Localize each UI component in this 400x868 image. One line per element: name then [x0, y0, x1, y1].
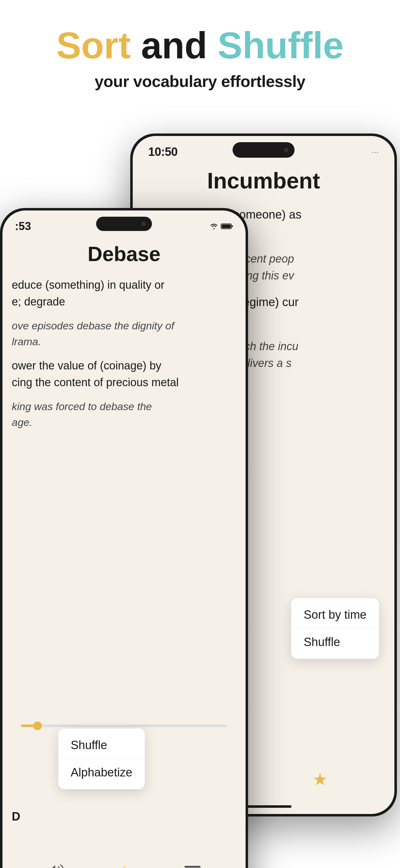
header-title: Sort and Shuffle [0, 25, 400, 66]
back-status-dots: ··· [372, 148, 379, 156]
back-popup-shuffle[interactable]: Shuffle [291, 629, 379, 656]
shuffle-word: Shuffle [218, 25, 344, 66]
svg-rect-2 [232, 225, 233, 227]
header-subtitle: your vocabulary effortlessly [0, 72, 400, 91]
front-popup-alphabetize[interactable]: Alphabetize [58, 759, 145, 786]
front-sort-popup: Shuffle Alphabetize [58, 728, 145, 789]
back-word-title: Incumbent [148, 168, 379, 193]
front-def1-cont: e; degrade [12, 295, 65, 308]
front-di-dot [141, 222, 146, 226]
front-menu-icon[interactable] [185, 864, 201, 868]
front-def1-text: educe (something) in quality or [12, 278, 164, 291]
battery-icon [221, 223, 233, 230]
front-bottom-nav: ☆ [2, 856, 245, 868]
front-status-bar: :53 [2, 211, 245, 236]
front-def2-text: ower the value of (coinage) by [12, 359, 161, 372]
back-popup-sort-by-time[interactable]: Sort by time [291, 601, 379, 629]
front-def1: educe (something) in quality or e; degra… [12, 277, 236, 310]
front-popup-shuffle[interactable]: Shuffle [58, 732, 145, 759]
phone-front-screen: :53 [2, 211, 245, 868]
back-status-time: 10:50 [148, 145, 178, 159]
svg-rect-1 [222, 224, 231, 228]
front-content: Debase educe (something) in quality or e… [2, 236, 245, 444]
progress-thumb [33, 721, 42, 730]
progress-area: D [12, 810, 236, 827]
back-status-icons: ··· [372, 148, 379, 156]
front-dynamic-island [96, 217, 152, 231]
front-sound-icon[interactable] [47, 864, 64, 868]
and-word: and [141, 25, 218, 66]
back-di-dot [284, 148, 288, 152]
back-star-icon[interactable]: ★ [312, 770, 328, 789]
front-star-icon[interactable]: ☆ [116, 862, 132, 868]
front-def2-cont: cing the content of precious metal [12, 376, 178, 389]
sort-word: Sort [57, 25, 131, 66]
front-ex1-cont: lrama. [12, 336, 41, 347]
svg-rect-3 [185, 866, 201, 868]
front-ex1-text: ove episodes debase the dignity of [12, 320, 174, 332]
back-sort-popup: Sort by time Shuffle [291, 598, 379, 659]
front-status-time: :53 [15, 220, 31, 233]
progress-fill [21, 724, 37, 727]
front-ex2-cont: age. [12, 416, 32, 428]
front-def2: ower the value of (coinage) by cing the … [12, 357, 236, 391]
front-ex2-text: king was forced to debase the [12, 400, 152, 412]
back-dynamic-island [233, 142, 295, 158]
header-section: Sort and Shuffle your vocabulary effortl… [0, 0, 400, 109]
progress-bar[interactable] [21, 724, 227, 727]
front-ex2: king was forced to debase the age. [12, 399, 236, 430]
phone-front: :53 [0, 208, 248, 868]
wifi-icon [210, 223, 218, 230]
phones-container: 10:50 ··· Incumbent ) necessary for (som… [0, 115, 400, 868]
front-status-icons [210, 223, 233, 230]
back-status-bar: 10:50 ··· [133, 136, 394, 162]
progress-label: D [12, 810, 236, 823]
front-word-title: Debase [12, 242, 236, 266]
front-ex1: ove episodes debase the dignity of lrama… [12, 318, 236, 349]
